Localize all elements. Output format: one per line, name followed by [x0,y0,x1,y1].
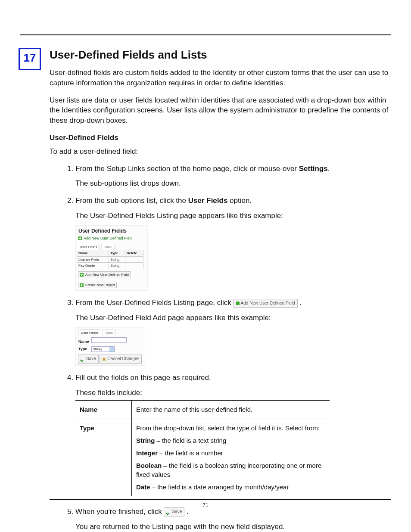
close-icon [102,357,106,361]
rule-top [20,34,391,35]
step-1: From the Setup Links section of the home… [75,164,391,189]
def-name-val: Enter the name of this user-defined fiel… [132,401,330,419]
step-1-text: From the Setup Links section of the home… [75,165,299,173]
def-name-key: Name [75,401,132,419]
fig2-save-button: Save [78,355,99,364]
procedure-list: From the Setup Links section of the home… [50,164,391,532]
section-lead: To add a user-defined field: [50,146,391,157]
plus-icon [80,273,84,277]
table-row: License PlateString [77,256,143,263]
plus-icon [236,302,240,305]
add-page-screenshot: User Fields Tabs Name TypeString Save Ca… [75,327,145,366]
page-content: User-Defined Fields and Lists User-defin… [50,48,391,532]
fig2-tab-userfields: User Fields [78,330,101,336]
fig2-tab-tabs: Tabs [103,330,116,336]
listing-page-screenshot: User Defined Fields Add New User Defined… [75,225,148,291]
fig1-footer-add: Add New User Defined Field [78,271,131,278]
step-3: From the User-Defined Fields Listing pag… [75,298,391,366]
step-4: Fill out the fields on this page as requ… [75,373,391,496]
check-icon [81,358,85,361]
page-title: User-Defined Fields and Lists [50,48,391,62]
def-type-val: From the drop-down list, select the type… [132,419,330,496]
section-heading: User-Defined Fields [50,134,391,142]
plus-icon [78,236,82,240]
fig1-table: NameTypeDelete License PlateString Pay G… [77,250,143,269]
fig2-type-label: Type [78,347,91,351]
plus-icon [80,283,84,287]
page-number: 71 [0,502,411,508]
save-button: Save [164,507,184,516]
fig1-title: User Defined Fields [77,227,146,235]
step-2-result: The User-Defined Fields Listing page app… [75,211,391,221]
step-1-result: The sub-options list drops down. [75,178,391,189]
step-3-text: From the User-Defined Fields Listing pag… [75,299,234,307]
fig2-name-label: Name [78,339,91,344]
step-5-result: You are returned to the Listing page wit… [75,522,391,532]
rule-bottom [50,499,391,500]
fig1-add-link: Add New User Defined Field [77,235,146,242]
field-definitions-table: Name Enter the name of this user-defined… [75,400,330,496]
settings-ref: Settings [299,165,328,173]
step-5-text: When you're finished, click [75,507,164,516]
fig2-type-select: String [91,346,115,352]
step-4-sub: These fields include: [75,388,391,398]
add-new-user-defined-field-button: Add New User Defined Field [234,299,298,308]
check-icon [166,510,171,514]
step-2-text: From the sub-options list, click the [75,196,188,205]
step-4-text: Fill out the fields on this page as requ… [75,373,211,382]
intro-paragraph-1: User-defined fields are custom fields ad… [50,68,391,88]
intro-paragraph-2: User lists are data or user fields locat… [50,95,391,126]
step-3-result: The User-Defined Field Add page appears … [75,313,391,323]
fig1-tab-userfields: User Fields [77,244,100,250]
chapter-number: 17 [19,48,41,70]
fig1-footer-report: Create New Report [78,282,117,289]
fig1-tab-tabs: Tabs [101,244,115,250]
step-5: When you're finished, click Save . You a… [75,507,391,532]
def-type-key: Type [75,419,132,496]
user-fields-ref: User Fields [188,196,228,205]
step-2: From the sub-options list, click the Use… [75,196,391,291]
fig2-name-input [91,337,127,343]
fig2-cancel-button: Cancel Changes [100,355,142,364]
table-row: Pay GradeString [77,263,143,269]
